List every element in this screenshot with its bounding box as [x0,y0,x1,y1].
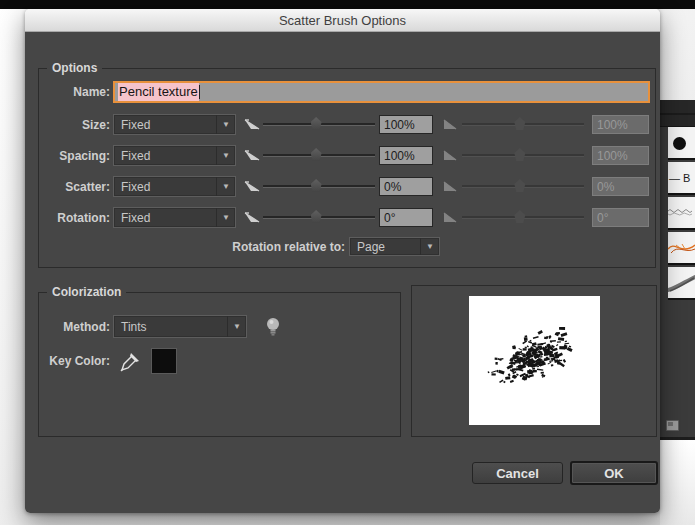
variation-icon-right [443,180,459,193]
rotation-row: Rotation: Fixed ▼ [38,207,649,228]
method-value: Tints [114,320,227,334]
spacing-range-input [592,146,649,165]
ornament-brush-icon [668,232,695,265]
spacing-value-input[interactable] [379,146,433,165]
rotation-relative-value: Page [350,240,420,254]
scatter-mode-value: Fixed [114,180,216,194]
size-row: Size: Fixed ▼ [38,114,649,135]
brush-preview-texture [469,296,600,425]
scatter-range-input [592,177,649,196]
rotation-label: Rotation: [38,211,110,225]
text-caret [199,85,200,99]
variation-icon-right [443,211,459,224]
ok-button-label: OK [604,466,624,481]
rotation-slider[interactable] [263,207,375,228]
ok-button[interactable]: OK [570,461,658,485]
rotation-relative-row: Rotation relative to: Page ▼ [38,237,440,256]
variation-icon-left [244,149,260,162]
eyedropper-icon[interactable] [119,349,139,373]
dropdown-arrow-icon: ▼ [216,146,235,165]
rotation-range-input [592,208,649,227]
size-mode-dropdown[interactable]: Fixed ▼ [113,114,236,135]
variation-icon-left [244,211,260,224]
spacing-slider[interactable] [263,145,375,166]
name-value-selected: Pencil texture [118,83,199,101]
cancel-button[interactable]: Cancel [472,462,563,484]
cancel-button-label: Cancel [496,466,539,481]
dropdown-arrow-icon: ▼ [420,238,439,255]
new-brush-button[interactable] [666,420,679,431]
brush-list-item[interactable]: — B [668,162,695,195]
slider-thumb [514,117,525,130]
rotation-range-slider [462,207,584,228]
round-brush-icon [673,137,686,150]
key-color-row: Key Color: [38,348,177,374]
scatter-row: Scatter: Fixed ▼ [38,176,649,197]
brushes-panel-partial: — B [660,100,695,440]
brush-preview-box [411,285,657,437]
method-dropdown[interactable]: Tints ▼ [113,315,247,338]
brush-list-item[interactable] [668,232,695,265]
rotation-relative-dropdown[interactable]: Page ▼ [349,237,440,256]
charcoal-brush-icon [668,267,695,300]
name-input[interactable]: Pencil texture [113,81,650,103]
slider-thumb [514,148,525,161]
size-range-input [592,115,649,134]
name-label: Name: [38,85,110,99]
spacing-label: Spacing: [38,149,110,163]
name-row: Name: Pencil texture [38,81,652,103]
brushes-panel-header [660,100,695,127]
size-mode-value: Fixed [114,118,216,132]
dialog-body: Options Name: Pencil texture Size: Fixed… [25,32,660,513]
scatter-mode-dropdown[interactable]: Fixed ▼ [113,176,236,197]
dropdown-arrow-icon: ▼ [216,177,235,196]
slider-thumb[interactable] [311,210,322,223]
dialog-title: Scatter Brush Options [279,13,406,28]
slider-thumb [514,179,525,192]
screen: — B Scatter Brush Options [0,0,695,525]
scatter-label: Scatter: [38,180,110,194]
brush-list-item[interactable] [668,197,695,230]
key-color-swatch[interactable] [151,348,177,374]
options-group-legend: Options [47,61,102,75]
dropdown-arrow-icon: ▼ [227,316,246,337]
slider-thumb[interactable] [311,148,322,161]
spacing-mode-value: Fixed [114,149,216,163]
size-range-slider [462,114,584,135]
size-value-input[interactable] [379,115,433,134]
scatter-value-input[interactable] [379,177,433,196]
slider-thumb [514,210,525,223]
size-label: Size: [38,118,110,132]
dropdown-arrow-icon: ▼ [216,115,235,134]
brush-item-label: — B [668,162,695,184]
colorization-tips-icon[interactable] [265,316,281,338]
rotation-mode-dropdown[interactable]: Fixed ▼ [113,207,236,228]
dialog-titlebar[interactable]: Scatter Brush Options [25,9,660,32]
colorization-group-legend: Colorization [47,285,126,299]
rotation-value-input[interactable] [379,208,433,227]
method-row: Method: Tints ▼ [38,315,281,338]
spacing-row: Spacing: Fixed ▼ [38,145,649,166]
menubar-strip [0,0,695,9]
method-label: Method: [38,320,110,334]
slider-thumb[interactable] [311,179,322,192]
variation-icon-left [244,180,260,193]
variation-icon-right [443,118,459,131]
key-color-label: Key Color: [38,354,110,368]
rotation-relative-label: Rotation relative to: [38,240,345,254]
scribble-brush-icon [668,197,695,230]
brush-list-item[interactable] [668,267,695,300]
scatter-slider[interactable] [263,176,375,197]
variation-icon-left [244,118,260,131]
brush-list-item[interactable] [668,127,695,160]
dropdown-arrow-icon: ▼ [216,208,235,227]
scatter-brush-options-dialog: Scatter Brush Options Options Name: Penc… [25,9,660,513]
rotation-mode-value: Fixed [114,211,216,225]
background-canvas [660,440,695,525]
scatter-range-slider [462,176,584,197]
brush-preview-canvas [469,296,600,425]
size-slider[interactable] [263,114,375,135]
slider-thumb[interactable] [311,117,322,130]
spacing-range-slider [462,145,584,166]
spacing-mode-dropdown[interactable]: Fixed ▼ [113,145,236,166]
